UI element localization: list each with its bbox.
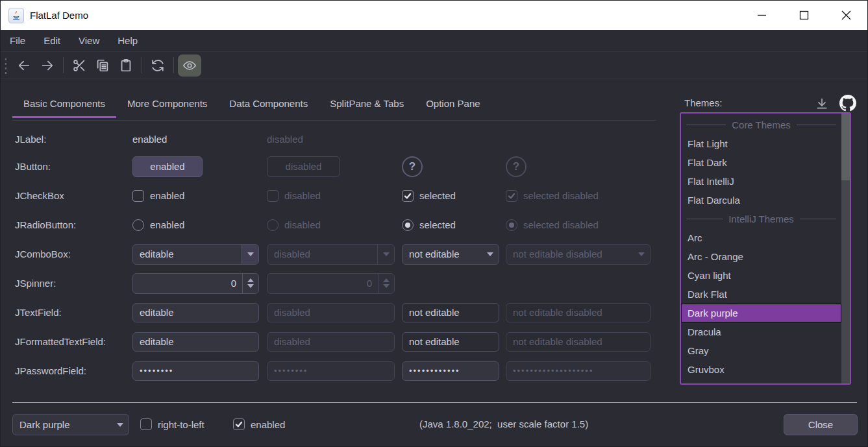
combobox-value: editable	[140, 248, 174, 260]
close-button[interactable]	[825, 1, 867, 30]
close-dialog-button[interactable]: Close	[784, 414, 858, 435]
formattedtextfield-not-editable-disabled: not editable disabled	[506, 332, 651, 352]
right-to-left-checkbox[interactable]: right-to-left	[140, 418, 205, 430]
radio-selected-disabled: selected disabled	[506, 219, 662, 231]
checkbox-check-icon	[506, 190, 517, 202]
tab-more-components[interactable]: More Components	[116, 91, 218, 118]
toolbar-grip[interactable]	[5, 57, 7, 74]
jbutton-disabled: disabled	[267, 156, 340, 177]
spinner-stepper	[378, 274, 394, 293]
checkbox-selected[interactable]: selected	[402, 190, 506, 202]
combobox-editable[interactable]: editable	[132, 244, 259, 265]
help-button[interactable]: ?	[402, 156, 423, 177]
back-button[interactable]	[12, 54, 36, 77]
forward-button[interactable]	[36, 54, 59, 77]
theme-dark-flat[interactable]: Dark Flat	[681, 285, 841, 304]
theme-gray[interactable]: Gray	[681, 341, 841, 360]
row-jradiobutton: JRadioButton: enabled disabled selected …	[15, 210, 664, 239]
radio-selected[interactable]: selected	[402, 219, 506, 231]
theme-dracula[interactable]: Dracula	[681, 322, 841, 341]
theme-flat-light[interactable]: Flat Light	[681, 134, 841, 153]
row-jformattedtextfield: JFormattedTextField: editable disabled n…	[15, 327, 664, 356]
menu-help[interactable]: Help	[108, 30, 147, 51]
menu-view[interactable]: View	[69, 30, 108, 51]
tab-option-pane[interactable]: Option Pane	[415, 91, 491, 118]
passwordfield-not-editable: ••••••••••••	[402, 361, 499, 381]
toolbar	[1, 51, 867, 79]
show-hover-toggle-button[interactable]	[178, 54, 201, 77]
back-arrow-icon	[17, 58, 31, 73]
checkbox-label: selected disabled	[523, 190, 599, 201]
menu-edit[interactable]: Edit	[34, 30, 69, 51]
spinner-stepper[interactable]	[242, 274, 258, 293]
cut-button[interactable]	[68, 54, 91, 77]
row-jlabel: JLabel: enabled disabled	[15, 127, 664, 152]
status-text: (Java 1.8.0_202; user scale factor 1.5)	[419, 418, 588, 429]
spinner-enabled[interactable]: 0	[132, 273, 259, 294]
row-label: JComboBox:	[15, 248, 132, 260]
tab-splitpane-tabs[interactable]: SplitPane & Tabs	[319, 91, 415, 118]
radio-disabled: disabled	[267, 219, 402, 231]
chevron-down-icon[interactable]	[112, 415, 129, 435]
passwordfield-editable[interactable]: ••••••••	[132, 361, 259, 381]
download-icon	[815, 97, 828, 110]
row-jcombobox: JComboBox: editable disabled not editabl…	[15, 239, 664, 269]
checkbox-enabled[interactable]: enabled	[132, 190, 267, 202]
passwordfield-not-editable-disabled: •••••••••••••••••••	[506, 361, 651, 381]
theme-flat-darcula[interactable]: Flat Darcula	[681, 191, 841, 210]
tabbed-pane: Basic Components More Components Data Co…	[12, 91, 491, 118]
cut-icon	[72, 58, 86, 73]
copy-icon	[95, 58, 110, 73]
checkbox-box	[132, 190, 144, 202]
download-themes-button[interactable]	[812, 94, 832, 114]
github-button[interactable]	[838, 93, 858, 113]
spinner-value[interactable]: 0	[133, 274, 242, 293]
row-jbutton: JButton: enabled disabled ? ?	[15, 152, 664, 181]
checkbox-label: enabled	[251, 419, 285, 430]
row-label: JFormattedTextField:	[15, 336, 132, 347]
tab-data-components[interactable]: Data Components	[218, 91, 319, 118]
theme-flat-dark[interactable]: Flat Dark	[681, 153, 841, 172]
menu-file[interactable]: File	[1, 30, 34, 51]
themes-list: Core Themes Flat Light Flat Dark Flat In…	[680, 112, 851, 385]
themes-scrollbar-thumb[interactable]	[841, 114, 850, 180]
chevron-down-icon[interactable]	[242, 245, 258, 264]
paste-button[interactable]	[114, 54, 138, 77]
theme-dark-purple-selected[interactable]: Dark purple	[681, 304, 841, 322]
checkbox-label: disabled	[284, 190, 321, 201]
spinner-value: 0	[267, 274, 378, 293]
jlabel-disabled: disabled	[267, 134, 303, 145]
basic-components-panel: JLabel: enabled disabled JButton: enable…	[15, 127, 664, 385]
tab-basic-components[interactable]: Basic Components	[12, 91, 116, 118]
checkbox-label: selected	[419, 190, 456, 201]
row-label: JTextField:	[15, 307, 132, 318]
textfield-editable[interactable]: editable	[132, 303, 259, 322]
row-label: JPasswordField:	[15, 365, 132, 376]
lookandfeel-combobox-value: Dark purple	[19, 419, 70, 430]
minimize-button[interactable]	[741, 1, 783, 30]
copy-button[interactable]	[91, 54, 114, 77]
theme-arc-orange[interactable]: Arc - Orange	[681, 247, 841, 266]
bottom-bar: Dark purple right-to-left enabled (Java …	[1, 402, 867, 446]
themes-list-items: Core Themes Flat Light Flat Dark Flat In…	[681, 115, 841, 379]
textfield-not-editable: not editable	[402, 303, 499, 322]
radio-label: selected	[419, 219, 456, 230]
radio-enabled[interactable]: enabled	[132, 219, 267, 231]
jbutton-enabled[interactable]: enabled	[132, 156, 203, 177]
lookandfeel-combobox[interactable]: Dark purple	[12, 414, 129, 435]
formattedtextfield-editable[interactable]: editable	[132, 332, 259, 352]
theme-arc[interactable]: Arc	[681, 228, 841, 247]
maximize-button[interactable]	[783, 1, 825, 30]
row-jpasswordfield: JPasswordField: •••••••• •••••••• ••••••…	[15, 356, 664, 385]
theme-gruvbox[interactable]: Gruvbox	[681, 360, 841, 379]
flatlaf-demo-window: { "window": { "title": "FlatLaf Demo", "…	[0, 0, 868, 447]
refresh-button[interactable]	[146, 54, 169, 77]
theme-flat-intellij[interactable]: Flat IntelliJ	[681, 172, 841, 191]
combobox-not-editable[interactable]: not editable	[402, 244, 499, 265]
chevron-down-icon[interactable]	[482, 245, 499, 264]
theme-cyan-light[interactable]: Cyan light	[681, 266, 841, 285]
enabled-checkbox[interactable]: enabled	[233, 418, 285, 430]
row-label: JSpinner:	[15, 278, 132, 289]
themes-label: Themes:	[684, 97, 722, 108]
checkbox-check-icon	[402, 190, 414, 202]
